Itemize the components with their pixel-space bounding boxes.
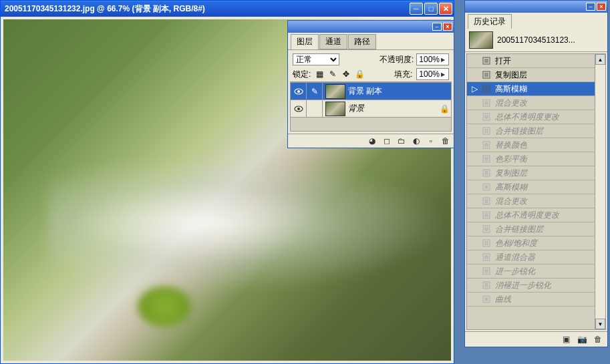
history-tabs: 历史记录 xyxy=(465,13,607,29)
history-row[interactable]: 复制图层 xyxy=(467,68,605,82)
history-row[interactable]: 进一步锐化 xyxy=(467,264,605,279)
layer-list: ✎ 背景 副本 背景 🔒 xyxy=(290,82,452,132)
link-slot[interactable] xyxy=(307,100,323,117)
layers-panel-titlebar[interactable]: – × xyxy=(288,21,454,33)
tab-channels[interactable]: 通道 xyxy=(319,34,347,49)
tab-layers[interactable]: 图层 xyxy=(291,34,319,49)
history-step-label: 替换颜色 xyxy=(492,140,605,151)
opacity-input[interactable]: 100%▶ xyxy=(416,53,449,65)
history-step-icon xyxy=(480,197,492,205)
history-row[interactable]: 通道混合器 xyxy=(467,250,605,264)
history-panel-titlebar[interactable]: – × xyxy=(465,1,607,13)
history-step-label: 通道混合器 xyxy=(492,252,605,263)
lock-transparency-icon[interactable]: ▦ xyxy=(315,69,324,79)
history-step-label: 混合更改 xyxy=(492,98,605,109)
new-set-icon[interactable]: 🗀 xyxy=(396,136,407,146)
history-row[interactable]: 色相/饱和度 xyxy=(467,236,605,250)
history-row[interactable]: 合并链接图层 xyxy=(467,124,605,138)
delete-layer-icon[interactable]: 🗑 xyxy=(440,136,451,146)
history-source-marker[interactable]: ▷ xyxy=(468,84,480,94)
history-row[interactable]: 替换颜色 xyxy=(467,138,605,152)
history-step-icon xyxy=(480,155,492,163)
adjustment-layer-icon[interactable]: ◐ xyxy=(411,136,422,146)
opacity-label: 不透明度: xyxy=(379,54,414,65)
scroll-up-icon[interactable]: ▲ xyxy=(595,54,605,65)
layer-thumbnail[interactable] xyxy=(325,84,345,99)
layer-mask-icon[interactable]: ◻ xyxy=(382,136,392,146)
lock-all-icon[interactable]: 🔒 xyxy=(355,69,364,79)
layer-thumbnail[interactable] xyxy=(325,102,345,116)
layers-panel-footer: ◕ ◻ 🗀 ◐ ▫ 🗑 xyxy=(288,134,454,148)
panel-minimize-button[interactable]: – xyxy=(432,23,442,31)
history-step-label: 消褪进一步锐化 xyxy=(492,280,605,291)
history-step-icon xyxy=(480,211,492,219)
history-step-icon xyxy=(480,295,492,303)
lock-move-icon[interactable]: ✥ xyxy=(341,69,351,79)
history-step-icon xyxy=(480,253,492,261)
history-step-icon xyxy=(480,85,492,93)
history-row[interactable]: 消褪进一步锐化 xyxy=(467,279,605,293)
history-step-icon xyxy=(480,183,492,191)
snapshot-thumbnail[interactable] xyxy=(469,31,493,49)
history-row[interactable]: 混合更改 xyxy=(467,96,605,110)
panel-close-button[interactable]: × xyxy=(443,23,452,31)
history-row[interactable]: 总体不透明度更改 xyxy=(467,110,605,124)
history-row[interactable]: 总体不透明度更改 xyxy=(467,208,605,222)
arrow-right-icon[interactable]: ▶ xyxy=(440,57,447,63)
history-snapshot-row[interactable]: 2005117034513123... xyxy=(465,29,607,52)
history-step-icon xyxy=(480,113,492,121)
minimize-button[interactable]: ─ xyxy=(410,3,423,15)
layer-row[interactable]: ✎ 背景 副本 xyxy=(291,83,451,100)
history-row[interactable]: 打开 xyxy=(467,54,605,68)
history-row[interactable]: 高斯模糊 xyxy=(467,180,605,194)
history-step-label: 复制图层 xyxy=(492,168,605,179)
visibility-toggle[interactable] xyxy=(291,100,307,117)
blend-mode-select[interactable]: 正常 xyxy=(293,53,339,65)
svg-point-1 xyxy=(297,90,300,93)
history-row[interactable]: 曲线 xyxy=(467,293,605,307)
layer-name[interactable]: 背景 副本 xyxy=(348,85,451,97)
history-step-label: 打开 xyxy=(492,55,605,67)
layers-panel: – × 图层 通道 路径 正常 不透明度: 100%▶ 锁定: ▦ ✎ ✥ 🔒 … xyxy=(287,20,454,148)
delete-state-icon[interactable]: 🗑 xyxy=(593,335,603,344)
arrow-right-icon[interactable]: ▶ xyxy=(440,71,447,77)
scrollbar[interactable]: ▲ ▼ xyxy=(595,54,605,329)
maximize-button[interactable]: □ xyxy=(424,3,438,15)
visibility-toggle[interactable] xyxy=(291,83,307,100)
tab-paths[interactable]: 路径 xyxy=(348,34,376,49)
history-step-label: 总体不透明度更改 xyxy=(492,112,605,123)
history-row[interactable]: 色彩平衡 xyxy=(467,152,605,166)
history-step-label: 高斯模糊 xyxy=(492,182,605,193)
document-titlebar[interactable]: 20051170345131232.jpg @ 66.7% (背景 副本, RG… xyxy=(1,1,454,17)
layer-name[interactable]: 背景 xyxy=(348,103,438,114)
lock-icon: 🔒 xyxy=(438,104,451,114)
history-step-icon xyxy=(480,127,492,135)
lock-brush-icon[interactable]: ✎ xyxy=(328,69,337,79)
history-body: 2005117034513123... 打开复制图层▷高斯模糊混合更改总体不透明… xyxy=(465,29,607,347)
layer-style-icon[interactable]: ◕ xyxy=(367,136,377,146)
new-document-from-state-icon[interactable]: ▣ xyxy=(561,335,571,344)
new-layer-icon[interactable]: ▫ xyxy=(426,136,436,146)
history-step-icon xyxy=(480,239,492,247)
history-panel: – × 历史记录 2005117034513123... 打开复制图层▷高斯模糊… xyxy=(464,0,608,347)
history-row[interactable]: ▷高斯模糊 xyxy=(467,82,605,96)
scroll-down-icon[interactable]: ▼ xyxy=(595,319,605,329)
new-snapshot-icon[interactable]: 📷 xyxy=(577,335,587,344)
history-step-icon xyxy=(480,267,492,275)
history-list: 打开复制图层▷高斯模糊混合更改总体不透明度更改合并链接图层替换颜色色彩平衡复制图… xyxy=(466,53,606,330)
layers-panel-body: 正常 不透明度: 100%▶ 锁定: ▦ ✎ ✥ 🔒 填充: 100%▶ ✎ 背… xyxy=(288,49,454,134)
history-step-label: 高斯模糊 xyxy=(492,83,605,95)
fill-input[interactable]: 100%▶ xyxy=(416,68,449,80)
panel-close-button[interactable]: × xyxy=(597,3,606,11)
history-step-label: 总体不透明度更改 xyxy=(492,210,605,221)
history-step-icon xyxy=(480,169,492,177)
history-step-label: 混合更改 xyxy=(492,196,605,207)
panel-tabs: 图层 通道 路径 xyxy=(288,33,454,49)
history-row[interactable]: 复制图层 xyxy=(467,166,605,180)
history-row[interactable]: 合并链接图层 xyxy=(467,222,605,236)
tab-history[interactable]: 历史记录 xyxy=(468,14,512,29)
history-row[interactable]: 混合更改 xyxy=(467,194,605,208)
layer-row[interactable]: 背景 🔒 xyxy=(291,100,451,118)
panel-minimize-button[interactable]: – xyxy=(586,3,595,11)
close-button[interactable]: ✕ xyxy=(439,3,452,15)
